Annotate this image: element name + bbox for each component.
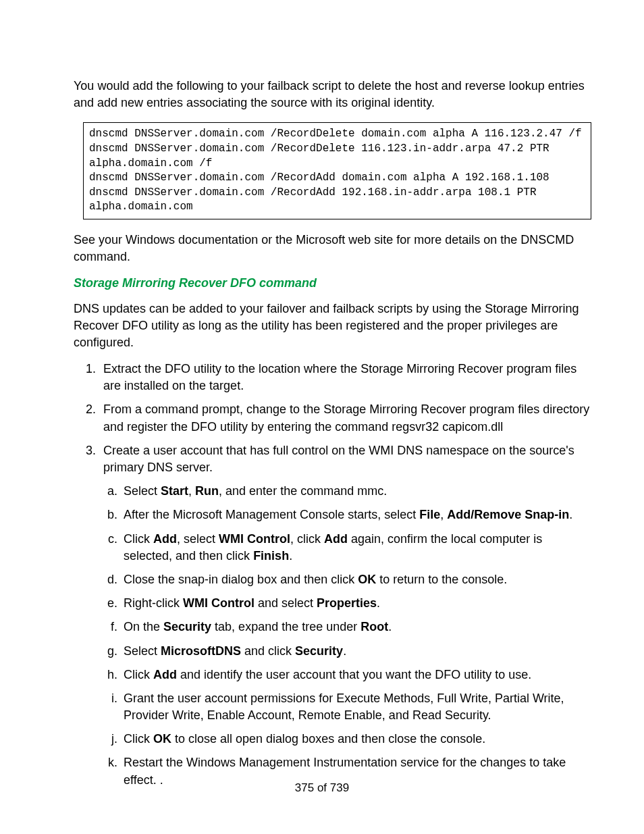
substeps-list: Select Start, Run, and enter the command… [121, 483, 591, 789]
substep-g: Select MicrosoftDNS and click Security. [121, 643, 591, 660]
substep-f: On the Security tab, expand the tree und… [121, 619, 591, 635]
substep-c: Click Add, select WMI Control, click Add… [121, 531, 591, 565]
post-code-paragraph: See your Windows documentation or the Mi… [74, 232, 591, 265]
substep-h: Click Add and identify the user account … [121, 667, 591, 683]
step-3: Create a user account that has full cont… [99, 442, 591, 789]
dfo-intro-paragraph: DNS updates can be added to your failove… [74, 301, 591, 352]
step-1: Extract the DFO utility to the location … [99, 361, 591, 394]
substep-e: Right-click WMI Control and select Prope… [121, 595, 591, 612]
document-page: You would add the following to your fail… [0, 0, 644, 834]
steps-list: Extract the DFO utility to the location … [99, 361, 591, 789]
substep-i: Grant the user account permissions for E… [121, 690, 591, 724]
step-2: From a command prompt, change to the Sto… [99, 401, 591, 435]
page-footer: 375 of 739 [0, 780, 644, 796]
substep-j: Click OK to close all open dialog boxes … [121, 731, 591, 748]
substep-a: Select Start, Run, and enter the command… [121, 483, 591, 500]
intro-paragraph: You would add the following to your fail… [74, 78, 591, 111]
step-3-text: Create a user account that has full cont… [103, 444, 574, 474]
substep-b: After the Microsoft Management Console s… [121, 506, 591, 523]
substep-d: Close the snap-in dialog box and then cl… [121, 571, 591, 588]
code-block: dnscmd DNSServer.domain.com /RecordDelet… [83, 122, 591, 219]
section-heading: Storage Mirroring Recover DFO command [74, 275, 591, 292]
